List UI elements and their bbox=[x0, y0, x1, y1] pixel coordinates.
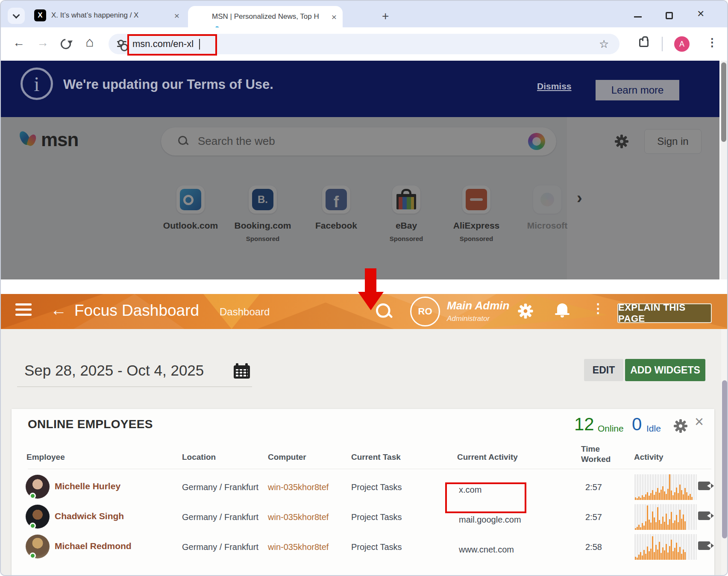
idle-label: Idle bbox=[646, 423, 661, 434]
user-role: Administrator bbox=[447, 314, 490, 323]
browser-menu-icon[interactable]: ⋮ bbox=[707, 36, 718, 49]
employee-location: Germany / Frankfurt bbox=[182, 482, 258, 492]
calendar-icon[interactable] bbox=[234, 363, 250, 379]
tab-msn[interactable]: MSN | Personalized News, Top H × bbox=[188, 6, 343, 27]
column-header: Activity bbox=[634, 453, 663, 462]
maximize-button[interactable] bbox=[666, 12, 673, 19]
activity-sparkline bbox=[634, 474, 697, 500]
learn-more-button[interactable]: Learn more bbox=[596, 80, 679, 100]
back-arrow-icon[interactable]: ← bbox=[50, 302, 67, 318]
bookmark-star-icon[interactable]: ☆ bbox=[599, 38, 609, 51]
table-divider bbox=[28, 469, 711, 469]
employee-location: Germany / Frankfurt bbox=[182, 512, 258, 522]
employee-location: Germany / Frankfurt bbox=[182, 542, 258, 552]
tab-close-icon[interactable]: × bbox=[174, 11, 179, 20]
page-dim-overlay bbox=[1, 117, 719, 279]
dashboard-menu-icon[interactable]: ⋮ bbox=[592, 301, 605, 316]
table-row[interactable]: Michelle Hurley Germany / Frankfurt win-… bbox=[12, 472, 714, 502]
tab-close-icon[interactable]: × bbox=[332, 12, 337, 21]
widget-settings-gear-icon[interactable] bbox=[674, 420, 687, 432]
new-tab-button[interactable]: + bbox=[382, 10, 389, 22]
current-task: Project Tasks bbox=[351, 482, 402, 492]
table-row[interactable]: Michael Redmond Germany / Frankfurt win-… bbox=[12, 532, 714, 562]
tab-strip: X X. It’s what’s happening / X × MSN | P… bbox=[1, 1, 728, 27]
notifications-bell-icon[interactable] bbox=[555, 303, 569, 317]
current-task: Project Tasks bbox=[351, 542, 402, 552]
column-header: Location bbox=[182, 453, 216, 462]
employee-name[interactable]: Michelle Hurley bbox=[55, 481, 120, 491]
dismiss-link[interactable]: Dismiss bbox=[537, 81, 572, 91]
x-logo-icon: X bbox=[34, 9, 46, 21]
current-task: Project Tasks bbox=[351, 512, 402, 522]
online-status-dot bbox=[29, 552, 36, 559]
user-name: Main Admin bbox=[447, 299, 509, 312]
banner-message: We're updating our Terms of Use. bbox=[63, 77, 273, 92]
forward-icon[interactable]: → bbox=[37, 37, 49, 49]
annotation-red-box-url bbox=[127, 34, 217, 56]
user-avatar[interactable]: RO bbox=[410, 297, 440, 326]
current-activity: www.cnet.com bbox=[459, 545, 514, 555]
widget-close-icon[interactable]: × bbox=[695, 414, 704, 429]
video-camera-icon[interactable] bbox=[698, 511, 710, 520]
online-status-dot bbox=[29, 523, 36, 529]
annotation-red-arrow bbox=[365, 268, 376, 292]
current-activity: mail.google.com bbox=[459, 515, 521, 525]
site-settings-icon[interactable] bbox=[117, 40, 126, 48]
employee-computer[interactable]: win-035khor8tef bbox=[268, 512, 329, 522]
column-header: Current Activity bbox=[457, 453, 518, 462]
home-icon[interactable]: ⌂ bbox=[85, 35, 94, 49]
chevron-down-icon bbox=[13, 11, 20, 18]
column-header: Employee bbox=[26, 453, 65, 462]
column-header: Time Worked bbox=[581, 444, 617, 464]
activity-sparkline bbox=[634, 534, 697, 560]
info-icon: i bbox=[21, 68, 53, 100]
online-employees-widget: ONLINE EMPLOYEES 12 Online 0 Idle × Empl… bbox=[12, 409, 714, 576]
employee-computer[interactable]: win-035khor8tef bbox=[268, 482, 329, 492]
annotation-red-arrow-head bbox=[358, 292, 384, 310]
tab-title: X. It’s what’s happening / X bbox=[51, 11, 138, 20]
browser-toolbar: ← → ⌂ msn.com/en-xl ☆ A ⋮ bbox=[1, 27, 728, 61]
back-icon[interactable]: ← bbox=[13, 37, 25, 49]
employee-name[interactable]: Chadwick Singh bbox=[55, 511, 124, 521]
time-worked: 2:57 bbox=[585, 482, 602, 492]
activity-sparkline bbox=[634, 504, 697, 530]
dashboard-subtitle: Dashboard bbox=[220, 306, 270, 318]
edit-button[interactable]: EDIT bbox=[584, 359, 623, 381]
dashboard-scrollbar[interactable] bbox=[721, 329, 728, 576]
video-camera-icon[interactable] bbox=[698, 541, 710, 550]
online-status-dot bbox=[29, 493, 36, 499]
minimize-button[interactable] bbox=[634, 16, 642, 18]
idle-count: 0 bbox=[632, 414, 642, 435]
online-count: 12 bbox=[574, 414, 594, 435]
reload-icon[interactable] bbox=[59, 37, 73, 51]
tab-x[interactable]: X X. It’s what’s happening / X × bbox=[30, 6, 184, 25]
tab-title: MSN | Personalized News, Top H bbox=[212, 12, 319, 21]
screenshot-root: X X. It’s what’s happening / X × MSN | P… bbox=[0, 0, 728, 576]
time-worked: 2:57 bbox=[585, 512, 602, 522]
video-camera-icon[interactable] bbox=[698, 482, 710, 490]
explain-this-page-button[interactable]: EXPLAIN THIS PAGE bbox=[617, 303, 712, 323]
dashboard-scrollbar-thumb[interactable] bbox=[722, 380, 727, 538]
add-widgets-button[interactable]: ADD WIDGETS bbox=[625, 359, 705, 381]
online-label: Online bbox=[598, 423, 624, 434]
extensions-icon[interactable] bbox=[639, 38, 649, 47]
widget-title: ONLINE EMPLOYEES bbox=[28, 417, 153, 431]
window-close-button[interactable]: × bbox=[697, 8, 704, 20]
column-header: Computer bbox=[268, 453, 306, 462]
date-range-picker[interactable]: Sep 28, 2025 - Oct 4, 2025 bbox=[24, 362, 204, 379]
browser-profile-avatar[interactable]: A bbox=[674, 36, 690, 52]
menu-hamburger-icon[interactable] bbox=[15, 303, 32, 316]
employee-name[interactable]: Michael Redmond bbox=[55, 541, 132, 551]
msn-page: msn Search the web Sign in B. f Outlook.… bbox=[1, 117, 719, 279]
dashboard-settings-gear-icon[interactable] bbox=[519, 304, 533, 318]
tab-search-button[interactable] bbox=[8, 8, 25, 24]
date-underline bbox=[17, 386, 252, 387]
employee-computer[interactable]: win-035khor8tef bbox=[268, 542, 329, 552]
toolbar-divider bbox=[662, 37, 663, 51]
annotation-red-box-activity bbox=[445, 482, 526, 513]
browser-scrollbar[interactable] bbox=[720, 61, 727, 279]
table-row[interactable]: Chadwick Singh Germany / Frankfurt win-0… bbox=[12, 502, 714, 532]
column-header: Current Task bbox=[351, 453, 401, 462]
browser-scrollbar-thumb[interactable] bbox=[721, 62, 726, 142]
dashboard-title: Focus Dashboard bbox=[74, 302, 199, 320]
